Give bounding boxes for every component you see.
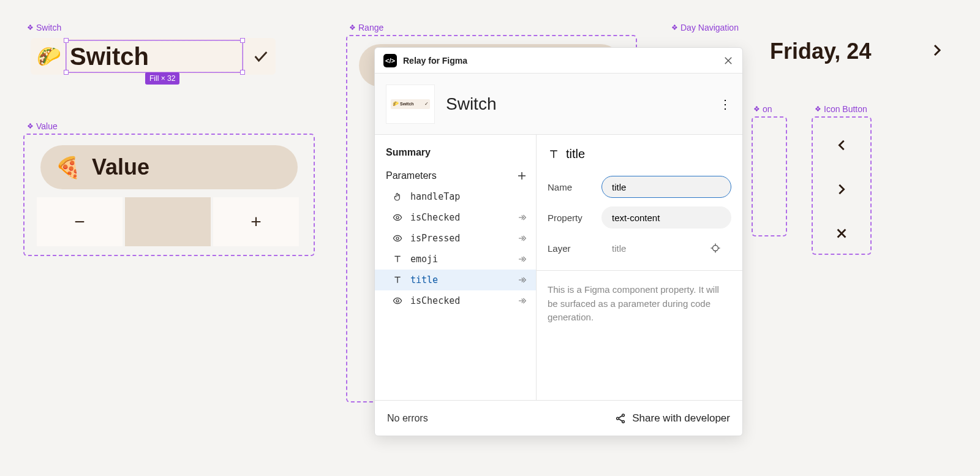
eye-icon (392, 296, 403, 306)
svg-point-16 (396, 300, 399, 302)
parameter-item-isChecked[interactable]: isChecked (375, 207, 536, 228)
close-icon[interactable] (723, 55, 734, 66)
component-label-value[interactable]: Value (27, 121, 58, 131)
parameter-name: isChecked (410, 295, 460, 306)
panel-titlebar: </> Relay for Figma (375, 48, 742, 74)
share-with-developer-button[interactable]: Share with developer (615, 412, 730, 425)
parameter-item-isPressed[interactable]: isPressed (375, 228, 536, 249)
svg-line-29 (619, 418, 622, 421)
summary-heading[interactable]: Summary (386, 147, 536, 158)
map-arrow-icon (518, 233, 527, 243)
component-label-icon-button[interactable]: Icon Button (815, 104, 867, 114)
component-label-range[interactable]: Range (349, 23, 383, 32)
eye-icon (392, 213, 403, 222)
svg-point-20 (713, 246, 718, 251)
map-arrow-icon (518, 275, 527, 285)
parameter-list: handleTapisCheckedisPressedemojititleisC… (375, 186, 536, 311)
value-title-text: Value (92, 154, 149, 180)
value-middle-cell[interactable] (125, 197, 211, 246)
svg-point-8 (396, 237, 399, 240)
parameter-name: emoji (410, 254, 438, 265)
text-type-icon (548, 148, 560, 161)
target-icon[interactable] (710, 243, 721, 254)
share-icon (615, 413, 626, 424)
parameter-item-emoji[interactable]: emoji (375, 249, 536, 270)
error-status[interactable]: No errors (387, 413, 428, 424)
tap-icon (392, 192, 403, 202)
component-label-on[interactable]: on (753, 104, 772, 114)
panel-footer: No errors Share with developer (375, 400, 742, 436)
layer-field-label: Layer (548, 243, 592, 254)
icon-button-prev[interactable] (812, 124, 872, 167)
chevron-right-icon[interactable] (930, 43, 944, 58)
parameter-item-title[interactable]: title (375, 270, 536, 290)
property-field-label: Property (548, 213, 592, 223)
panel-component-name: Switch (446, 94, 496, 114)
icon-button-close[interactable] (812, 212, 872, 255)
parameter-name: title (410, 274, 438, 285)
detail-heading: title (548, 147, 731, 161)
svg-line-28 (619, 415, 622, 418)
panel-left-column: Summary Parameters handleTapisCheckedisP… (375, 135, 537, 400)
text-icon (392, 275, 403, 285)
parameter-item-handleTap[interactable]: handleTap (375, 186, 536, 207)
name-field-label: Name (548, 182, 592, 192)
detail-description: This is a Figma component property. It w… (537, 270, 742, 325)
selection-box[interactable] (66, 40, 243, 72)
check-icon (252, 48, 270, 65)
relay-panel: </> Relay for Figma 🌮Switch✓ Switch ⋮ Su… (374, 47, 743, 436)
parameter-name: handleTap (410, 191, 460, 202)
map-arrow-icon (518, 213, 527, 222)
day-navigation-date[interactable]: Friday, 24 (770, 39, 941, 64)
map-arrow-icon (518, 296, 527, 306)
panel-body: Summary Parameters handleTapisCheckedisP… (375, 135, 742, 400)
detail-heading-text: title (566, 147, 585, 161)
name-field-input[interactable]: title (601, 176, 731, 198)
value-plus-button[interactable]: + (213, 197, 299, 246)
component-label-switch[interactable]: Switch (27, 23, 61, 32)
relay-logo-icon: </> (383, 54, 397, 67)
kebab-menu-icon[interactable]: ⋮ (719, 97, 731, 111)
panel-header: 🌮Switch✓ Switch ⋮ (375, 74, 742, 135)
layer-field-value[interactable]: title (601, 237, 731, 259)
add-parameter-icon[interactable] (516, 170, 527, 181)
map-arrow-icon (518, 254, 527, 264)
component-thumbnail: 🌮Switch✓ (386, 85, 435, 124)
text-icon (392, 254, 403, 264)
value-emoji: 🍕 (55, 155, 81, 179)
parameter-item-isChecked[interactable]: isChecked (375, 290, 536, 311)
parameter-name: isChecked (410, 212, 460, 223)
panel-right-column: title Name title Property text-content L… (537, 135, 742, 400)
property-field-input[interactable]: text-content (601, 206, 731, 229)
svg-point-6 (396, 216, 399, 219)
value-minus-button[interactable]: − (37, 197, 123, 246)
switch-emoji: 🌮 (37, 45, 61, 68)
parameter-name: isPressed (410, 233, 460, 244)
panel-app-title: Relay for Figma (403, 56, 467, 66)
on-component-bounds[interactable] (752, 116, 787, 236)
value-pill[interactable]: 🍕 Value (40, 145, 298, 189)
eye-icon (392, 233, 403, 243)
share-label: Share with developer (632, 412, 730, 425)
parameters-heading: Parameters (386, 170, 437, 181)
selection-size-badge: Fill × 32 (145, 72, 179, 85)
component-label-day-navigation[interactable]: Day Navigation (671, 23, 739, 32)
icon-button-next[interactable] (812, 168, 872, 211)
